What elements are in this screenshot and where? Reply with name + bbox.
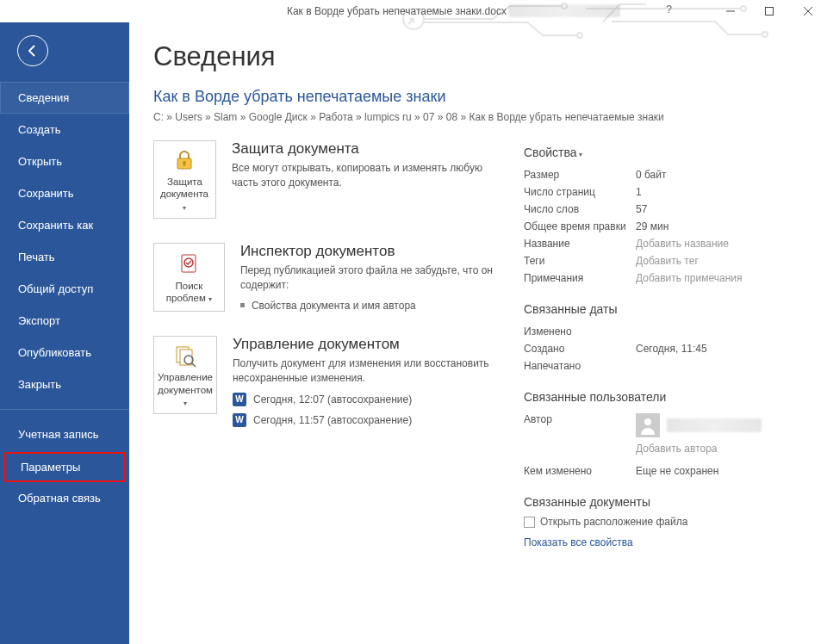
svg-rect-1 xyxy=(765,8,773,15)
protect-heading: Защита документа xyxy=(232,140,498,158)
sidebar-item-info[interactable]: Сведения xyxy=(0,82,129,114)
chevron-down-icon: ▾ xyxy=(183,204,186,212)
date-label: Создано xyxy=(524,343,636,355)
lock-icon xyxy=(171,148,198,172)
sidebar-item-share[interactable]: Общий доступ xyxy=(0,273,129,305)
sidebar-item-saveas[interactable]: Сохранить как xyxy=(0,209,129,241)
related-docs-heading: Связанные документы xyxy=(524,495,810,509)
sidebar-item-account[interactable]: Учетная запись xyxy=(0,418,129,452)
property-row: ПримечанияДобавить примечания xyxy=(524,269,810,287)
show-all-properties[interactable]: Показать все свойства xyxy=(524,536,810,548)
date-value: Сегодня, 11:45 xyxy=(636,343,707,355)
property-value[interactable]: Добавить название xyxy=(636,238,729,250)
users-heading: Связанные пользователи xyxy=(524,390,810,404)
minimize-button[interactable] xyxy=(711,0,749,22)
chevron-down-icon: ▾ xyxy=(207,295,212,303)
property-label: Число страниц xyxy=(524,186,636,198)
property-label: Теги xyxy=(524,255,636,267)
inspect-icon xyxy=(175,252,202,276)
chevron-down-icon: ▾ xyxy=(183,399,187,407)
property-value: 0 байт xyxy=(636,169,666,181)
property-row: ТегиДобавить тег xyxy=(524,252,810,269)
manage-icon xyxy=(171,344,199,368)
property-label: Размер xyxy=(524,169,636,181)
property-value: 29 мин xyxy=(636,220,668,232)
property-row: Число страниц1 xyxy=(524,183,810,201)
property-row: Общее время правки29 мин xyxy=(524,218,810,235)
backstage-sidebar: Сведения Создать Открыть Сохранить Сохра… xyxy=(0,22,129,644)
property-value: 1 xyxy=(636,186,642,198)
property-label: Число слов xyxy=(524,203,636,215)
property-value[interactable]: Добавить тег xyxy=(636,255,699,267)
author-label: Автор xyxy=(524,413,636,437)
date-row: Напечатано xyxy=(524,357,810,375)
sidebar-item-publish[interactable]: Опубликовать xyxy=(0,337,129,368)
inspect-sub-item: Свойства документа и имя автора xyxy=(240,300,498,312)
manage-document-button[interactable]: Управление документом ▾ xyxy=(153,336,217,414)
version-item[interactable]: WСегодня, 12:07 (автосохранение) xyxy=(233,393,498,406)
property-label: Общее время правки xyxy=(524,220,636,232)
back-button[interactable] xyxy=(17,35,48,66)
property-label: Примечания xyxy=(524,272,636,284)
avatar xyxy=(636,413,660,437)
titlebar: Как в Ворде убрать непечатаемые знаки.do… xyxy=(0,0,827,22)
sidebar-item-save[interactable]: Сохранить xyxy=(0,177,129,209)
property-row: Число слов57 xyxy=(524,201,810,218)
protect-document-button[interactable]: Защита документа ▾ xyxy=(153,140,216,219)
help-icon[interactable]: ? xyxy=(666,3,672,15)
folder-icon xyxy=(524,517,535,528)
add-author[interactable]: Добавить автора xyxy=(636,443,718,455)
word-icon: W xyxy=(233,393,246,406)
sidebar-item-print[interactable]: Печать xyxy=(0,241,129,273)
main-pane: Сведения Как в Ворде убрать непечатаемые… xyxy=(129,22,827,644)
document-title: Как в Ворде убрать непечатаемые знаки xyxy=(153,88,810,106)
sidebar-item-options[interactable]: Параметры xyxy=(3,452,126,482)
date-label: Напечатано xyxy=(524,360,636,372)
sidebar-divider xyxy=(0,409,129,410)
author-name-blur xyxy=(667,418,762,432)
changed-by-label: Кем изменено xyxy=(524,465,636,477)
changed-by-value: Еще не сохранен xyxy=(636,465,718,477)
sidebar-item-new[interactable]: Создать xyxy=(0,114,129,146)
inspect-label: Поиск проблем xyxy=(166,281,206,303)
sidebar-item-feedback[interactable]: Обратная связь xyxy=(0,482,129,516)
svg-line-17 xyxy=(192,363,196,367)
close-button[interactable] xyxy=(788,0,827,22)
sidebar-item-export[interactable]: Экспорт xyxy=(0,305,129,337)
maximize-button[interactable] xyxy=(749,0,788,22)
chevron-down-icon: ▾ xyxy=(579,151,582,158)
sidebar-item-open[interactable]: Открыть xyxy=(0,146,129,177)
property-label: Название xyxy=(524,238,636,250)
properties-heading[interactable]: Свойства▾ xyxy=(524,146,810,159)
sidebar-item-close[interactable]: Закрыть xyxy=(0,368,129,400)
manage-heading: Управление документом xyxy=(233,336,498,353)
protect-desc: Все могут открывать, копировать и изменя… xyxy=(232,161,498,190)
check-issues-button[interactable]: Поиск проблем ▾ xyxy=(153,243,225,312)
property-row: НазваниеДобавить название xyxy=(524,235,810,252)
svg-point-18 xyxy=(644,418,651,425)
word-icon: W xyxy=(233,413,246,427)
manage-label: Управление документом xyxy=(158,372,213,394)
inspect-heading: Инспектор документов xyxy=(240,243,498,260)
property-value: 57 xyxy=(636,203,647,215)
breadcrumb: C: » Users » Slam » Google Диск » Работа… xyxy=(153,111,810,123)
protect-label: Защита документа xyxy=(160,176,208,199)
open-file-location[interactable]: Открыть расположение файла xyxy=(524,516,810,528)
inspect-desc: Перед публикацией этого файла не забудьт… xyxy=(240,263,498,293)
user-name-blur xyxy=(508,4,620,17)
svg-rect-11 xyxy=(183,164,185,166)
date-label: Изменено xyxy=(524,325,636,337)
window-title: Как в Ворде убрать непечатаемые знаки.do… xyxy=(287,5,540,17)
version-item[interactable]: WСегодня, 11:57 (автосохранение) xyxy=(233,413,498,427)
date-row: СозданоСегодня, 11:45 xyxy=(524,340,810,357)
manage-desc: Получить документ для изменения или восс… xyxy=(233,356,498,386)
property-row: Размер0 байт xyxy=(524,166,810,183)
dates-heading: Связанные даты xyxy=(524,302,810,316)
property-value[interactable]: Добавить примечания xyxy=(636,272,743,284)
date-row: Изменено xyxy=(524,323,810,340)
page-title: Сведения xyxy=(153,41,810,72)
